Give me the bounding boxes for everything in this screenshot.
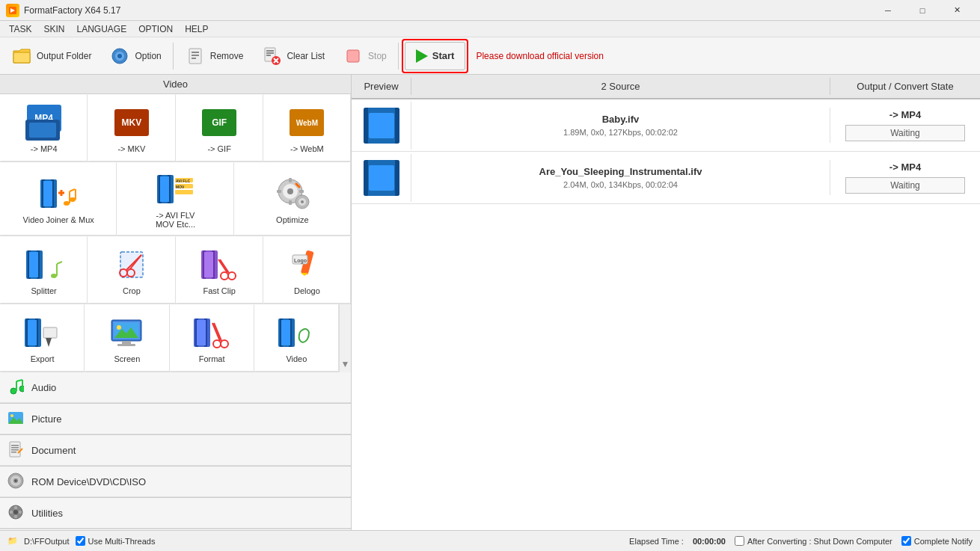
stop-button[interactable]: Stop (334, 40, 395, 72)
remove-icon (185, 46, 206, 67)
menu-option[interactable]: OPTION (132, 22, 179, 36)
svg-point-66 (228, 272, 236, 280)
svg-point-116 (15, 480, 17, 482)
scroll-down-button[interactable]: ▼ (340, 359, 351, 369)
svg-rect-36 (175, 190, 193, 194)
tool-joiner[interactable]: Video Joiner & Mux (0, 162, 117, 236)
mp4-label: -> MP4 (31, 144, 58, 153)
tool-video[interactable]: Video (254, 304, 339, 372)
tool-optimize[interactable]: Optimize (234, 162, 351, 236)
play-icon (416, 49, 428, 63)
audio-icon (7, 378, 25, 396)
svg-line-93 (212, 323, 220, 341)
svg-rect-44 (299, 190, 304, 193)
tool-mp4[interactable]: MP4 -> MP4 (0, 94, 88, 161)
export-label: Export (31, 354, 55, 363)
avi-flv-icon: AVI FLC MOV (156, 170, 194, 208)
document-header[interactable]: Document (0, 435, 351, 466)
tool-avi-flv[interactable]: AVI FLC MOV -> AVI FLVMOV Etc... (117, 162, 233, 236)
svg-line-94 (214, 323, 221, 341)
source-cell-1: Baby.ifv 1.89M, 0x0, 127Kbps, 00:02:02 (411, 108, 830, 143)
svg-point-65 (221, 272, 228, 280)
rom-section: ROM Device\DVD\CD\ISO (0, 467, 351, 498)
tool-screen[interactable]: Screen (85, 304, 169, 372)
complete-notify-checkbox[interactable] (901, 536, 911, 546)
svg-rect-22 (43, 181, 52, 206)
optimize-icon (274, 175, 311, 212)
svg-rect-111 (11, 452, 16, 453)
video-label: Video (286, 354, 307, 363)
gif-label: -> GIF (207, 144, 230, 153)
multi-threads-checkbox[interactable] (76, 536, 85, 546)
utilities-header[interactable]: Utilities (0, 498, 351, 529)
menu-help[interactable]: HELP (179, 22, 214, 36)
svg-point-92 (221, 340, 228, 348)
shutdown-checkbox[interactable] (735, 536, 744, 546)
multi-threads-label: Use Multi-Threads (88, 537, 156, 546)
splitter-label: Splitter (31, 286, 57, 295)
svg-point-23 (64, 201, 70, 206)
svg-rect-90 (197, 320, 206, 345)
tool-webm[interactable]: WebM -> WebM (263, 94, 351, 161)
tool-fastclip[interactable]: Fast Clip (176, 236, 263, 304)
svg-rect-42 (289, 200, 292, 205)
menu-skin[interactable]: SKIN (37, 22, 70, 36)
clear-list-button[interactable]: Clear List (253, 40, 333, 72)
joiner-label: Video Joiner & Mux (23, 215, 94, 224)
tool-grid-row4: Export (0, 304, 339, 372)
file-name-2: Are_You_Sleeping_Instrumental.ifv (539, 166, 702, 177)
svg-rect-5 (189, 49, 201, 64)
start-button[interactable]: Start (405, 42, 466, 70)
svg-line-67 (218, 259, 227, 273)
toolbar: Output Folder Option Remove (0, 37, 980, 75)
tool-splitter[interactable]: Splitter (0, 236, 88, 304)
app-icon (6, 4, 19, 17)
svg-point-26 (70, 197, 76, 202)
col-output: Output / Convert State (830, 78, 980, 95)
app-title: FormatFactory X64 5.17 (24, 5, 871, 16)
svg-rect-52 (29, 252, 38, 277)
output-folder-button[interactable]: Output Folder (3, 40, 99, 72)
menu-language[interactable]: LANGUAGE (70, 22, 132, 36)
crop-icon (113, 246, 150, 283)
svg-rect-119 (14, 515, 17, 518)
tool-gif[interactable]: GIF -> GIF (176, 94, 263, 161)
svg-point-86 (117, 325, 121, 330)
rom-header[interactable]: ROM Device\DVD\CD\ISO (0, 467, 351, 497)
source-cell-2: Are_You_Sleeping_Instrumental.ifv 2.04M,… (411, 160, 830, 195)
toolbar-separator-2 (398, 43, 399, 70)
webm-icon: WebM (288, 104, 325, 141)
tool-mkv[interactable]: MKV -> MKV (88, 94, 175, 161)
left-panel-scroll[interactable]: MP4 -> MP4 MKV -> MKV (0, 94, 351, 530)
tool-grid-row3: Splitter Crop (0, 236, 351, 304)
toolbar-separator (173, 43, 174, 70)
svg-line-68 (220, 259, 229, 273)
tool-crop[interactable]: Crop (88, 236, 175, 304)
option-button[interactable]: Option (101, 40, 169, 72)
table-row[interactable]: Baby.ifv 1.89M, 0x0, 127Kbps, 00:02:02 -… (352, 99, 980, 152)
svg-point-91 (213, 340, 221, 348)
film-thumbnail-2 (364, 160, 399, 196)
svg-point-45 (287, 188, 293, 194)
status-badge-2: Waiting (845, 177, 965, 194)
tool-delogo[interactable]: Logo Delogo (263, 236, 351, 304)
picture-header[interactable]: Picture (0, 404, 351, 434)
scroll-down-area: ▼ (339, 304, 351, 372)
left-panel: Video MP4 -> MP4 (0, 75, 352, 530)
document-label: Document (31, 445, 76, 456)
maximize-button[interactable]: □ (905, 0, 940, 21)
table-row[interactable]: Are_You_Sleeping_Instrumental.ifv 2.04M,… (352, 152, 980, 204)
audio-header[interactable]: Audio (0, 372, 351, 403)
svg-line-25 (70, 189, 75, 191)
tool-format[interactable]: Format (170, 304, 254, 372)
close-button[interactable]: ✕ (940, 0, 974, 21)
minimize-button[interactable]: ─ (871, 0, 905, 21)
remove-button[interactable]: Remove (177, 40, 252, 72)
delogo-icon: Logo (288, 246, 325, 283)
svg-marker-79 (46, 338, 52, 347)
output-path: D:\FFOutput (24, 537, 70, 546)
col-preview: Preview (352, 78, 411, 95)
stop-label: Stop (368, 51, 387, 61)
menu-task[interactable]: TASK (3, 22, 37, 36)
tool-export[interactable]: Export (0, 304, 85, 372)
